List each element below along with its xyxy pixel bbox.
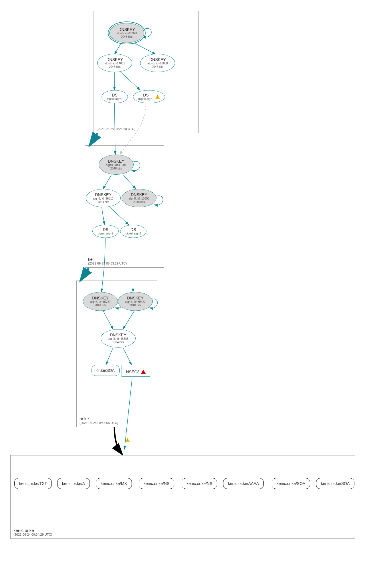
orke-soa-label: or.ke/SOA [92,365,120,376]
node-ke-ds1: DS digest alg=2 [92,225,119,238]
root-zsk1-l1: alg=8, id=14631 [104,62,125,65]
node-root-zsk2: DNSKEY alg=8, id=26838 2048 bits [140,54,175,72]
ke-ds1-title: DS [103,227,108,232]
ke-zsk2-l1: alg=8, id=10600 [129,197,149,200]
node-rr-aaaa: kenic.or.ke/AAAA [223,478,264,489]
ke-zsk2-title: DNSKEY [131,192,147,197]
ke-zsk1-l2: 1024 bits [98,200,109,204]
node-rr-soa1: kenic.or.ke/SOA [272,478,310,489]
node-rr-txt: kenic.or.ke/TXT [14,478,52,489]
rr-ns1: kenic.or.ke/NS [139,478,174,489]
rr-soa1: kenic.or.ke/SOA [272,478,310,489]
orke-zsk-l1: alg=8, id=48888 [108,337,128,341]
zone-orke-label: or.ke (2021-06-24 08:44:55 UTC) [80,416,118,425]
root-ds2-title: DS [143,93,148,97]
root-ds1-l1: digest alg=2 [107,97,122,101]
root-ds1-title: DS [112,93,117,97]
warning-icon [155,95,160,99]
node-ke-ksk: DNSKEY alg=8, id=41201 2048 bits [99,155,134,175]
node-root-ds1: DS digest alg=2 [102,90,128,103]
node-ke-zsk2: DNSKEY alg=8, id=10600 2048 bits [122,189,156,207]
rr-soa2: kenic.or.ke/SOA [316,478,354,489]
node-ke-zsk1: DNSKEY alg=8, id=26313 1024 bits [86,189,121,207]
root-ksk-l1: alg=8, id=20326 [116,32,137,35]
root-ksk-title: DNSKEY [118,27,135,32]
rr-aaaa: kenic.or.ke/AAAA [223,478,264,489]
node-root-ksk: DNSKEY alg=8, id=20326 2048 bits [109,23,144,43]
root-zsk2-l1: alg=8, id=26838 [147,62,168,65]
root-ksk-l2: 2048 bits [121,35,133,39]
ke-ds2-l1: digest alg=2 [126,232,141,235]
orke-ksk2-l2: 2048 bits [130,304,141,307]
node-root-zsk1: DNSKEY alg=8, id=14631 2048 bits [97,54,132,72]
orke-ksk1-l2: 2048 bits [95,304,106,307]
ke-ksk-title: DNSKEY [108,159,124,163]
zone-ke-ts: (2021-06-24 06:53:29 UTC) [88,262,127,265]
node-rr-ns2: kenic.or.ke/NS [182,478,217,489]
ke-zsk1-l1: alg=8, id=26313 [93,197,114,200]
rr-mx: kenic.or.ke/MX [96,478,132,489]
zone-root: . (2021-06-24 04:21:58 UTC) [94,11,199,133]
zone-ke-label: ke (2021-06-24 06:53:29 UTC) [88,257,127,265]
orke-zsk-title: DNSKEY [110,333,126,337]
zone-root-label: . (2021-06-24 04:21:58 UTC) [97,122,135,131]
zone-kenic: kenic.or.ke (2021-06-24 09:34:29 UTC) [10,455,355,539]
orke-ksk1-l1: alg=8, id=15787 [90,300,111,304]
node-rr-mx: kenic.or.ke/MX [96,478,132,489]
node-orke-zsk: DNSKEY alg=8, id=48888 1024 bits [101,329,136,348]
node-rr-soa2: kenic.or.ke/SOA [316,478,354,489]
zone-orke-name: or.ke [80,416,118,421]
nsec3-label: NSEC3 [126,370,140,374]
node-ke-ds2: DS digest alg=2 [120,225,146,238]
ke-zsk1-title: DNSKEY [95,192,112,197]
zone-kenic-label: kenic.or.ke (2021-06-24 09:34:29 UTC) [13,528,52,536]
root-zsk1-l2: 2048 bits [109,65,121,69]
root-zsk2-title: DNSKEY [149,57,166,62]
root-zsk1-title: DNSKEY [106,57,123,62]
orke-ksk1-title: DNSKEY [92,296,109,300]
error-icon [141,370,146,374]
rr-ns2: kenic.or.ke/NS [182,478,217,489]
zone-kenic-name: kenic.or.ke [13,528,52,533]
node-orke-ksk1: DNSKEY alg=8, id=15787 2048 bits [83,292,118,311]
ke-ksk-l1: alg=8, id=41201 [106,163,126,167]
zone-kenic-ts: (2021-06-24 09:34:29 UTC) [13,533,52,536]
rr-txt: kenic.or.ke/TXT [14,478,52,489]
orke-ksk2-l1: alg=8, id=39427 [125,300,146,304]
orke-ksk2-title: DNSKEY [127,296,144,300]
node-rr-ns1: kenic.or.ke/NS [139,478,174,489]
zone-orke-ts: (2021-06-24 08:44:55 UTC) [80,421,118,425]
zone-ke-name: ke [88,257,127,262]
zone-root-ts: (2021-06-24 04:21:58 UTC) [97,127,135,131]
node-orke-ksk2: DNSKEY alg=8, id=39427 2048 bits [118,292,153,311]
warning-icon [125,438,130,442]
orke-zsk-l2: 1024 bits [112,341,124,344]
node-orke-soa: or.ke/SOA [92,365,120,376]
zone-root-name: . [97,122,135,127]
node-root-ds2: DS digest alg=1 [133,90,165,103]
node-rr-a: kenic.or.ke/A [57,478,90,489]
rr-a: kenic.or.ke/A [57,478,90,489]
ke-zsk2-l2: 2048 bits [133,200,145,204]
node-nsec3: NSEC3 [122,365,150,377]
ke-ds1-l1: digest alg=2 [98,232,113,235]
dnssec-chain-diagram: . (2021-06-24 04:21:58 UTC) ke (2021-06-… [6,6,359,582]
ke-ds2-title: DS [130,227,136,232]
ke-ksk-l2: 2048 bits [110,167,122,170]
root-zsk2-l2: 2048 bits [152,65,164,69]
root-ds2-l1: digest alg=1 [138,97,154,101]
